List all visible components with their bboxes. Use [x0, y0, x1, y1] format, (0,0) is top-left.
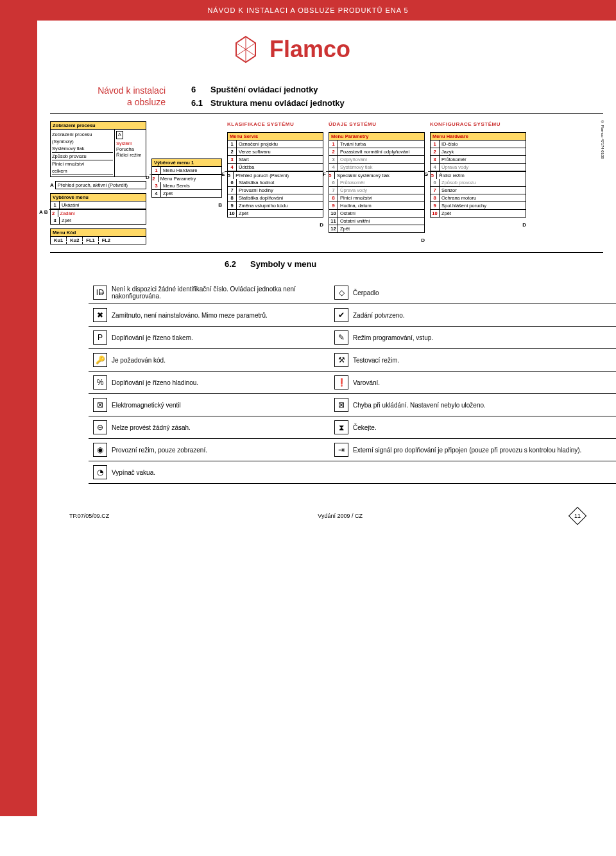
flamco-logo-icon: [230, 33, 262, 65]
symbol-icon: ❗: [334, 375, 348, 389]
symbol-icon: ⚒: [334, 353, 348, 367]
symbol-desc: Varování.: [353, 379, 616, 386]
symbol-desc: Zamítnuto, není nainstalováno. Mimo meze…: [112, 312, 330, 319]
symbol-row: ✖Zamítnuto, není nainstalováno. Mimo mez…: [89, 304, 616, 327]
section-6-2: 6.2Symboly v menu: [50, 253, 603, 282]
left-red-bar: [0, 21, 37, 816]
doc-title: Návod k instalacia obsluze: [50, 85, 166, 108]
symbol-icon: ⊠: [93, 398, 107, 412]
section-heading: 6Spuštění ovládací jednotky 6.1Struktura…: [191, 85, 345, 108]
symbol-row: ⊠Elektromagnetický ventil⊠Chyba při uklá…: [89, 394, 616, 416]
symbol-row: %Doplňování je řízeno hladinou.❗Varování…: [89, 372, 616, 394]
symbol-icon: ⧗: [334, 420, 348, 434]
symbol-desc: Externí signál pro doplňování je připoje…: [353, 447, 616, 454]
symbol-row: ◔Vypínač vakua.: [89, 461, 616, 484]
symbol-row: PDoplňování je řízeno tlakem.✎Režim prog…: [89, 327, 616, 349]
logo-row: Flamco: [50, 21, 603, 85]
footer: TP.07/05/09.CZ Vydání 2009 / CZ 11: [50, 484, 603, 529]
symbol-row: ID̶Není k dispozici žádné identifikační …: [89, 282, 616, 304]
symbol-icon: ✔: [334, 308, 348, 322]
symbol-desc: Čekejte.: [353, 424, 616, 431]
symbol-icon: ✎: [334, 330, 348, 345]
proc-box: Zobrazení procesu Zobrazení procesu (Sym…: [50, 121, 146, 177]
symbol-desc: Chyba při ukládání. Nastavení nebylo ulo…: [353, 402, 616, 409]
symbol-desc: Provozní režim, pouze zobrazení.: [112, 447, 330, 454]
menu-parametry: Menu Parametry 1Trvání turba 2Pozastavit…: [329, 132, 425, 233]
symbol-desc: Režim programování, vstup.: [353, 334, 616, 341]
symbol-desc: Vypínač vakua.: [112, 469, 330, 476]
symbol-icon: P: [93, 330, 107, 345]
symbol-icon: ✖: [93, 308, 107, 322]
symbol-desc: Zadání potvrzeno.: [353, 312, 616, 319]
symbol-icon: 🔑: [93, 353, 107, 367]
kod-menu: Menu Kód Ku1Ku2FL1FL2: [50, 228, 146, 244]
symbol-desc: Doplňování je řízeno hladinou.: [112, 379, 330, 386]
symbol-row: 🔑Je požadován kód.⚒Testovací režim.: [89, 349, 616, 372]
top-banner: NÁVOD K INSTALACI A OBSLUZE PRODUKTŮ ENA…: [0, 0, 616, 21]
symbol-icon: ⇥: [334, 443, 348, 457]
symbol-desc: Je požadován kód.: [112, 357, 330, 364]
symbol-desc: Nelze provést žádný zásah.: [112, 424, 330, 431]
symbols-table: ID̶Není k dispozici žádné identifikační …: [89, 282, 616, 484]
brand-name: Flamco: [270, 36, 350, 63]
menu-structure-diagram: Zobrazení procesu Zobrazení procesu (Sym…: [50, 113, 603, 253]
symbol-icon: ◔: [93, 465, 107, 479]
symbol-desc: Čerpadlo: [353, 289, 616, 296]
symbol-icon: ◉: [93, 443, 107, 457]
symbol-row: ◉Provozní režim, pouze zobrazení.⇥Extern…: [89, 439, 616, 461]
vyb-menu: Výběrové menu 1Ukázání AB 2Zadání 3Zpět: [50, 193, 146, 225]
symbol-desc: Testovací režim.: [353, 357, 616, 364]
symbol-row: ⊖Nelze provést žádný zásah.⧗Čekejte.: [89, 416, 616, 439]
symbol-desc: Doplňování je řízeno tlakem.: [112, 334, 330, 341]
symbol-icon: ⊖: [93, 420, 107, 434]
symbol-icon: ID̶: [93, 286, 107, 300]
menu-servis: Menu Servis 1Označení projektu 2Verze so…: [227, 132, 323, 218]
symbol-icon: ⊠: [334, 398, 348, 412]
symbol-icon: %: [93, 375, 107, 389]
vyb-menu-1: Výběrové menu 1 1Menu Hardware D 2Menu P…: [151, 158, 222, 198]
symbol-icon: ◇: [334, 286, 348, 300]
menu-hardware: Menu Hardware 1ID-číslo 2Jazyk 3Průtokom…: [430, 132, 526, 218]
page-number: 11: [569, 507, 586, 525]
symbol-desc: Není k dispozici žádné identifikační čís…: [112, 286, 330, 300]
symbol-desc: Elektromagnetický ventil: [112, 402, 330, 409]
copyright-side: © Flamco 47174 0108: [601, 120, 604, 159]
